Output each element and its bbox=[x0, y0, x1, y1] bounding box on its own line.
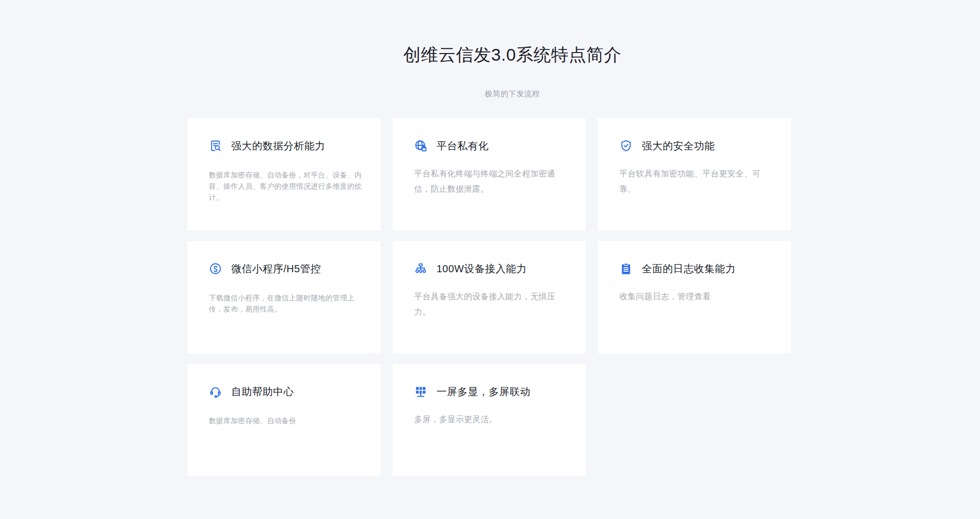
feature-card-header: 自助帮助中心 bbox=[209, 384, 362, 399]
feature-card-title: 强大的数据分析能力 bbox=[231, 139, 325, 153]
feature-card: 强大的数据分析能力 数据库加密存储、自动备份，对平台、设备、内容、操作人员、客户… bbox=[187, 118, 380, 230]
page-subtitle: 极简的下发流程 bbox=[22, 88, 980, 99]
feature-card: 微信小程序/H5管控 下载微信小程序，在微信上随时随地的管理上传，发布，易用性高… bbox=[187, 241, 380, 353]
wechat-miniprogram-icon bbox=[209, 262, 222, 275]
feature-card: 全面的日志收集能力 收集问题日志，管理查看 bbox=[598, 241, 791, 353]
feature-card-header: 强大的安全功能 bbox=[619, 139, 773, 153]
shield-check-icon bbox=[619, 139, 633, 152]
feature-card-description: 数据库加密存储、自动备份 bbox=[209, 415, 362, 426]
feature-card-description: 收集问题日志，管理查看 bbox=[619, 289, 773, 304]
page-header: 创维云信发3.0系统特点简介 极简的下发流程 bbox=[22, 44, 980, 99]
feature-card-header: 100W设备接入能力 bbox=[414, 262, 567, 276]
feature-card-header: 强大的数据分析能力 bbox=[209, 139, 362, 153]
feature-card: 自助帮助中心 数据库加密存储、自动备份 bbox=[187, 364, 380, 476]
feature-card-description: 平台软具有加密功能、平台更安全、可靠、 bbox=[619, 166, 773, 197]
page-title: 创维云信发3.0系统特点简介 bbox=[22, 44, 980, 65]
feature-card-title: 自助帮助中心 bbox=[231, 384, 294, 399]
device-cluster-icon bbox=[414, 262, 427, 275]
multi-screen-icon bbox=[414, 385, 427, 398]
feature-card-header: 全面的日志收集能力 bbox=[619, 262, 773, 276]
feature-card-title: 微信小程序/H5管控 bbox=[231, 262, 321, 276]
feature-card-title: 一屏多显，多屏联动 bbox=[437, 384, 531, 399]
feature-grid: 强大的数据分析能力 数据库加密存储、自动备份，对平台、设备、内容、操作人员、客户… bbox=[187, 118, 791, 476]
feature-card-description: 平台具备强大的设备接入能力，无惧压力。 bbox=[414, 289, 567, 320]
feature-card-description: 数据库加密存储、自动备份，对平台、设备、内容、操作人员、客户的使用情况进行多维度… bbox=[209, 169, 362, 203]
feature-card-title: 全面的日志收集能力 bbox=[642, 262, 736, 276]
feature-card: 100W设备接入能力 平台具备强大的设备接入能力，无惧压力。 bbox=[393, 241, 586, 353]
feature-card-description: 平台私有化终端与终端之间全程加密通信，防止数据泄露。 bbox=[414, 166, 567, 197]
feature-card-description: 多屏，多显示更灵活。 bbox=[414, 412, 567, 427]
feature-card-title: 强大的安全功能 bbox=[642, 139, 715, 153]
feature-card-header: 一屏多显，多屏联动 bbox=[414, 384, 567, 399]
feature-card-header: 微信小程序/H5管控 bbox=[209, 262, 362, 276]
feature-card-header: 平台私有化 bbox=[414, 139, 567, 153]
feature-card-title: 100W设备接入能力 bbox=[437, 262, 527, 276]
globe-lock-icon bbox=[414, 139, 427, 152]
data-analysis-icon bbox=[209, 139, 222, 152]
feature-card: 平台私有化 平台私有化终端与终端之间全程加密通信，防止数据泄露。 bbox=[393, 118, 586, 230]
log-clipboard-icon bbox=[619, 262, 633, 275]
headset-icon bbox=[209, 385, 222, 398]
feature-card: 强大的安全功能 平台软具有加密功能、平台更安全、可靠、 bbox=[598, 118, 791, 230]
feature-card-title: 平台私有化 bbox=[437, 139, 489, 153]
feature-card: 一屏多显，多屏联动 多屏，多显示更灵活。 bbox=[393, 364, 586, 476]
feature-card-description: 下载微信小程序，在微信上随时随地的管理上传，发布，易用性高。 bbox=[209, 292, 362, 315]
